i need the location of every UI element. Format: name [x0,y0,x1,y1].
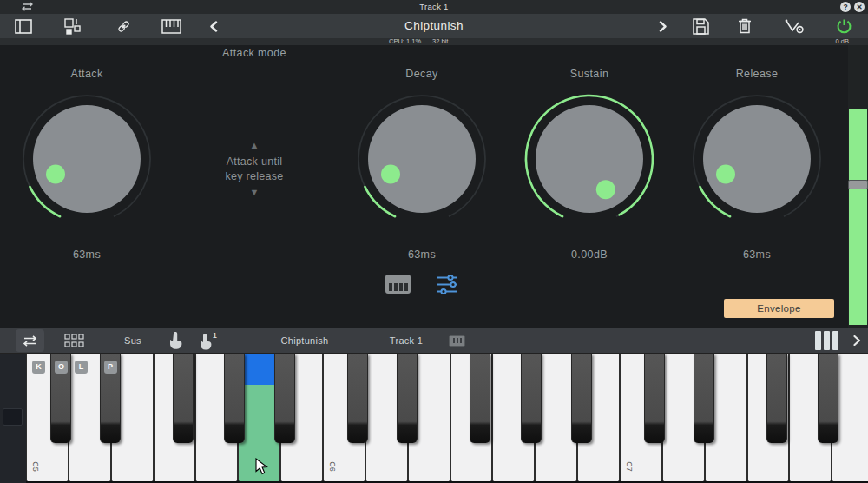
black-key-C#7[interactable] [644,354,665,443]
sustain-toggle[interactable]: Sus [120,328,146,354]
keyboard-left-strip [0,354,26,483]
black-key-D#6[interactable] [397,354,418,443]
knob-decay[interactable] [348,85,496,233]
synth-envelope-panel: Attack mode ▲ Attack until key release ▼… [0,45,868,328]
key-hint-badge-l: L [75,361,88,374]
pads-view-icon[interactable] [62,328,85,354]
automation-icon[interactable] [784,17,805,35]
window-title: Track 1 [0,2,868,11]
touch-play-icon[interactable] [165,328,186,354]
black-key-F#5[interactable] [173,354,194,443]
key-width-control[interactable] [812,328,840,354]
black-key-A#5[interactable] [274,354,295,443]
main-toolbar: Chiptunish [0,14,868,38]
black-key-G#7[interactable] [818,354,838,443]
piano-keyboard[interactable]: C5C6C7KOLP [0,354,868,483]
key-hint-badge-o: O [55,361,68,374]
pressed-key-green-zone [245,385,274,443]
black-key-A#6[interactable] [571,354,592,443]
save-icon[interactable] [690,17,711,35]
scroll-right-chevron[interactable] [849,328,865,354]
keyboard-swap-button[interactable] [16,329,44,352]
keyboard-overview-icon[interactable] [446,328,467,354]
black-key-G#6[interactable] [521,354,542,443]
cpu-usage: CPU: 1.1% [389,38,421,45]
key-hint-badge-k: K [32,361,45,374]
knob-label-attack: Attack [17,68,156,80]
note-label-C5: C5 [31,460,40,473]
black-key-F#6[interactable] [470,354,490,443]
piano-track-label[interactable]: Track 1 [375,328,437,354]
black-key-G#5[interactable] [224,354,245,443]
close-icon[interactable]: ✕ [854,2,865,12]
key-hint-badge-p: P [104,361,117,374]
knob-release[interactable] [683,85,831,233]
volume-slider[interactable] [848,45,868,328]
mouse-cursor [255,458,269,475]
forward-chevron-icon[interactable] [653,17,674,35]
volume-slider-handle[interactable] [848,180,868,189]
attack-mode-up-arrow[interactable]: ▲ [202,140,306,150]
controls-view-icon[interactable] [436,274,458,295]
window-titlebar: Track 1 ? ✕ [0,0,868,14]
knob-label-sustain: Sustain [520,68,659,80]
knob-attack[interactable] [13,85,161,233]
delete-icon[interactable] [734,17,755,35]
piano-toolbar: Sus 1 Chiptunish Track 1 [0,328,868,354]
power-icon[interactable] [833,17,854,35]
volume-slider-fill [849,109,867,325]
touch-mono-count: 1 [213,332,217,340]
envelope-tab-button[interactable]: Envelope [724,299,834,318]
knob-value-attack: 63ms [17,248,156,261]
attack-mode-value[interactable]: Attack until key release [185,155,324,184]
pressed-key-blue-zone [245,354,274,385]
touch-mono-icon[interactable]: 1 [198,328,220,354]
black-key-F#7[interactable] [766,354,787,443]
piano-preset-label[interactable]: Chiptunish [267,328,342,354]
knob-label-decay: Decay [352,68,491,80]
note-label-C7: C7 [625,460,634,473]
knob-value-sustain: 0.00dB [520,248,659,261]
bit-depth: 32 bit [432,38,448,45]
keyboard-view-icon[interactable] [385,275,411,294]
keyboard-scroll-handle[interactable] [3,408,23,426]
help-icon[interactable]: ? [840,2,851,12]
knob-label-release: Release [687,68,826,80]
db-level: 0 dB [836,38,849,45]
knob-value-decay: 63ms [352,248,491,261]
status-strip: CPU: 1.1% 32 bit 0 dB [0,38,868,45]
black-key-C#6[interactable] [347,354,368,443]
knob-value-release: 63ms [687,248,826,261]
black-key-D#7[interactable] [694,354,714,443]
knob-sustain[interactable] [516,85,663,233]
attack-mode-title: Attack mode [185,47,324,59]
note-label-C6: C6 [328,460,337,473]
attack-mode-down-arrow[interactable]: ▼ [202,187,306,197]
